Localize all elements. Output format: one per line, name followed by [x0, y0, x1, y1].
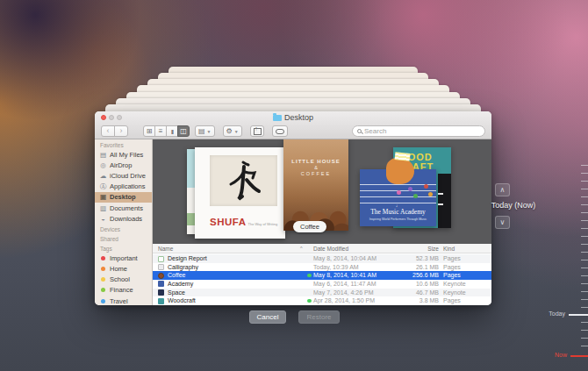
timeline-tick	[581, 212, 588, 213]
cancel-button[interactable]: Cancel	[249, 310, 286, 324]
restore-button[interactable]: Restore	[298, 310, 340, 324]
sidebar: Favorites ▤All My Files ◎AirDrop ☁iCloud…	[95, 139, 153, 305]
share-button[interactable]	[250, 125, 264, 137]
action-button[interactable]: ⚙ ▼	[223, 125, 242, 137]
table-row-selected[interactable]: Coffee May 8, 2014, 10:41 AM 256.6 MB Pa…	[153, 271, 491, 280]
coffee-doc-icon	[158, 273, 164, 279]
cover-preview-coffee[interactable]: LITTLE HOUSE & COFFEE	[283, 139, 348, 231]
sidebar-item-label: AirDrop	[110, 161, 132, 169]
icon-view-button[interactable]: ⊞	[143, 125, 155, 137]
sidebar-item-tag-travel[interactable]: Travel	[95, 296, 152, 305]
pages-doc-icon	[158, 264, 164, 270]
hand-artwork	[386, 158, 414, 184]
table-row[interactable]: Space May 7, 2014, 4:26 PM 46.7 MB Keyno…	[153, 289, 491, 297]
airdrop-icon: ◎	[99, 161, 107, 169]
sidebar-item-tag-school[interactable]: School	[95, 275, 152, 285]
search-input[interactable]	[364, 127, 480, 135]
table-row[interactable]: Design Report May 8, 2014, 10:04 AM 52.3…	[153, 254, 491, 263]
sidebar-section-devices: Devices	[95, 224, 152, 233]
note-dot	[428, 192, 433, 196]
sidebar-section-tags: Tags	[95, 243, 152, 253]
main-pane: SHUFAThe Way of Writing LITTLE HOUSE & C…	[153, 139, 491, 305]
sidebar-item-documents[interactable]: ▥Documents	[95, 203, 152, 213]
file-kind: Pages	[443, 272, 461, 278]
column-header-size[interactable]: Size	[372, 246, 439, 252]
selected-file-label: Coffee	[293, 221, 326, 232]
calligraphy-artwork	[210, 155, 277, 206]
column-header-date[interactable]: Date Modified	[313, 246, 348, 252]
coffee-cover-text: LITTLE HOUSE & COFFEE	[283, 159, 348, 176]
cover-preview-music-academy[interactable]: ♩ The Music Academy Inspiring World Perf…	[360, 169, 436, 226]
icon-view-icon: ⊞	[147, 127, 153, 135]
coffee-title-line1: LITTLE HOUSE	[283, 159, 348, 164]
back-button[interactable]: ‹	[101, 125, 115, 137]
file-name: Space	[168, 289, 185, 296]
today-tick[interactable]	[569, 314, 588, 316]
note-dot	[408, 187, 412, 191]
list-view-button[interactable]: ≡	[154, 125, 167, 137]
sidebar-item-label: Important	[110, 254, 138, 262]
timeline-tick	[581, 307, 588, 308]
sidebar-item-icloud-drive[interactable]: ☁iCloud Drive	[95, 170, 152, 181]
file-size: 46.7 MB	[372, 289, 439, 296]
finder-window: Desktop ‹ › ⊞ ≡ ||| ◫ ▤ ▼ ⚙ ▼	[95, 111, 491, 305]
cover-preview-shufa[interactable]: SHUFAThe Way of Writing	[195, 147, 285, 239]
timeline-tick	[581, 181, 588, 182]
minimize-button	[109, 115, 114, 120]
timeline-tick	[581, 165, 588, 166]
sidebar-item-tag-finance[interactable]: Finance	[95, 285, 152, 296]
timeline-tick	[581, 260, 588, 260]
time-machine-scene: Desktop ‹ › ⊞ ≡ ||| ◫ ▤ ▼ ⚙ ▼	[0, 0, 588, 371]
now-tick[interactable]	[570, 355, 588, 357]
column-header-kind[interactable]: Kind	[443, 246, 455, 252]
sidebar-item-desktop[interactable]: ▣Desktop	[95, 192, 152, 203]
tag-icon	[276, 129, 284, 134]
column-view-button[interactable]: |||	[166, 125, 178, 137]
column-header-name[interactable]: Name	[158, 246, 173, 252]
table-row[interactable]: Calligraphy Today, 10:39 AM 26.1 MB Page…	[153, 263, 491, 272]
zoom-button	[117, 115, 122, 120]
timeline-tick	[581, 173, 588, 174]
share-icon	[254, 127, 261, 135]
documents-icon: ▥	[99, 204, 107, 212]
sidebar-item-tag-important[interactable]: Important	[95, 253, 152, 263]
close-button[interactable]	[101, 115, 106, 120]
file-kind: Keynote	[443, 281, 466, 287]
time-machine-timeline[interactable]: Today Now	[527, 0, 588, 371]
sidebar-section-shared: Shared	[95, 233, 152, 243]
sidebar-item-tag-home[interactable]: Home	[95, 264, 152, 275]
sort-ascending-icon: ^	[300, 246, 303, 251]
applications-icon: Ⓐ	[99, 182, 107, 191]
sidebar-item-all-my-files[interactable]: ▤All My Files	[95, 149, 152, 160]
file-kind: Pages	[443, 255, 461, 261]
calligraphy-glyph-icon	[222, 159, 264, 203]
table-row[interactable]: Academy May 6, 2014, 11:47 AM 10.6 MB Ke…	[153, 280, 491, 289]
sidebar-item-downloads[interactable]: ◒Downloads	[95, 213, 152, 224]
coverflow-view-button[interactable]: ◫	[177, 125, 190, 137]
sidebar-item-airdrop[interactable]: ◎AirDrop	[95, 160, 152, 170]
arrange-button[interactable]: ▤ ▼	[195, 125, 215, 137]
now-label: Now	[555, 352, 567, 358]
piano-keys-artwork	[438, 174, 451, 228]
file-name: Calligraphy	[168, 264, 198, 270]
gear-icon: ⚙	[226, 127, 233, 135]
note-dot	[413, 194, 418, 198]
tags-button[interactable]	[272, 125, 288, 137]
search-field[interactable]	[352, 125, 485, 137]
available-dot-icon	[307, 274, 312, 278]
file-size: 3.8 MB	[372, 297, 439, 303]
arrange-icon: ▤	[198, 127, 205, 135]
coverflow-view-icon: ◫	[180, 127, 187, 135]
window-title-text: Desktop	[284, 113, 313, 122]
table-row[interactable]: Woodcraft Apr 28, 2014, 1:50 PM 3.8 MB P…	[153, 296, 491, 305]
sidebar-item-label: iCloud Drive	[110, 172, 146, 180]
chevron-up-icon: ∧	[500, 186, 506, 194]
file-kind: Pages	[443, 264, 461, 270]
icloud-icon: ☁	[99, 172, 107, 180]
chevron-down-icon: ∨	[500, 218, 506, 226]
timeline-tick	[581, 268, 588, 268]
sidebar-item-applications[interactable]: ⒶApplications	[95, 182, 152, 192]
forward-button[interactable]: ›	[114, 125, 128, 137]
timeline-forward-button[interactable]: ∨	[495, 216, 510, 229]
timeline-back-button[interactable]: ∧	[495, 183, 510, 196]
